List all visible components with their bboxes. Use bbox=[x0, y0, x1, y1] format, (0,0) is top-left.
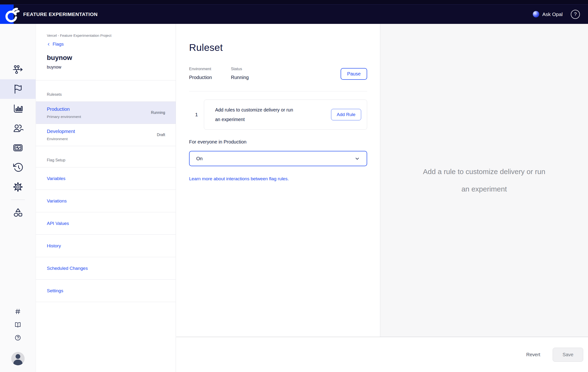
environment-label: Environment bbox=[189, 67, 231, 71]
chevron-down-icon bbox=[355, 156, 360, 161]
flag-setup-item-scheduled-changes[interactable]: Scheduled Changes bbox=[36, 257, 176, 280]
nav-audiences[interactable] bbox=[0, 118, 36, 138]
sidebar-divider bbox=[11, 200, 25, 200]
nav-events[interactable] bbox=[0, 138, 36, 158]
ruleset-divider bbox=[189, 91, 367, 91]
ruleset-row-production[interactable]: Production Primary environment Running bbox=[36, 102, 176, 124]
status-label: Status bbox=[231, 67, 273, 71]
nav-history[interactable] bbox=[0, 158, 36, 177]
audience-label: For everyone in Production bbox=[189, 139, 367, 145]
help-button[interactable] bbox=[571, 10, 580, 19]
rule-placeholder-text: Add rules to customize delivery or run a… bbox=[215, 105, 298, 124]
app-header: FEATURE EXPERIMENTATION Ask Opal bbox=[0, 4, 588, 24]
timeline-icon bbox=[12, 64, 23, 75]
rulesets-list: Production Primary environment Running D… bbox=[36, 101, 176, 146]
icon-sidebar bbox=[0, 24, 36, 372]
action-footer: Revert Save bbox=[176, 337, 588, 372]
flag-side-panel: Vercel - Feature Experimentation Project… bbox=[36, 24, 176, 372]
flag-setup-item-settings[interactable]: Settings bbox=[36, 280, 176, 302]
monitor-pulse-icon bbox=[12, 142, 23, 153]
save-button[interactable]: Save bbox=[553, 348, 583, 362]
rule-number: 1 bbox=[189, 112, 204, 118]
audiences-icon bbox=[12, 123, 23, 134]
nav-flags[interactable] bbox=[0, 79, 36, 99]
learn-more-link[interactable]: Learn more about interactions between fl… bbox=[189, 176, 289, 181]
back-to-flags-label: Flags bbox=[52, 41, 63, 47]
pause-button[interactable]: Pause bbox=[341, 68, 367, 80]
flag-icon bbox=[12, 84, 23, 95]
nav-reports[interactable] bbox=[0, 99, 36, 118]
ruleset-row-development[interactable]: Development Environment Draft bbox=[36, 124, 176, 146]
nav-experiments[interactable] bbox=[0, 60, 36, 79]
flag-setup-item-history[interactable]: History bbox=[36, 235, 176, 257]
flag-toggle-select[interactable]: On bbox=[189, 151, 367, 166]
nav-shortcuts[interactable] bbox=[0, 305, 36, 318]
chevron-left-icon bbox=[47, 42, 51, 46]
nav-components[interactable] bbox=[0, 203, 36, 222]
header-actions: Ask Opal bbox=[533, 10, 588, 19]
flag-setup-section-label: Flag Setup bbox=[36, 146, 176, 167]
shapes-icon bbox=[12, 207, 23, 218]
rule-empty-state-panel: Add a rule to customize delivery or run … bbox=[380, 24, 588, 337]
rule-placeholder-box: Add rules to customize delivery or run a… bbox=[204, 100, 367, 130]
ruleset-production-link[interactable]: Production bbox=[47, 107, 70, 112]
ask-opal-button[interactable]: Ask Opal bbox=[533, 11, 563, 17]
nav-help[interactable] bbox=[0, 331, 36, 344]
ruleset-panel: Ruleset Environment Production Status Ru… bbox=[176, 24, 380, 337]
flag-setup-item-api-values[interactable]: API Values bbox=[36, 212, 176, 235]
back-to-flags-link[interactable]: Flags bbox=[47, 41, 63, 47]
ruleset-meta: Environment Production Status Running Pa… bbox=[189, 67, 367, 80]
ruleset-development-description: Environment bbox=[47, 137, 75, 141]
history-icon bbox=[12, 162, 23, 173]
rulesets-section-label: Rulesets bbox=[36, 80, 176, 101]
book-icon bbox=[14, 321, 21, 328]
hash-icon bbox=[14, 308, 21, 315]
empty-state-message: Add a rule to customize delivery or run … bbox=[419, 163, 549, 198]
add-rule-button[interactable]: Add Rule bbox=[331, 109, 361, 120]
flag-setup-list: Variables Variations API Values History … bbox=[36, 167, 176, 302]
window-top-strip bbox=[0, 0, 588, 4]
flag-setup-item-variations[interactable]: Variations bbox=[36, 190, 176, 212]
product-title: FEATURE EXPERIMENTATION bbox=[23, 11, 97, 17]
flag-key: buynow bbox=[47, 65, 165, 70]
ask-opal-label: Ask Opal bbox=[542, 11, 563, 17]
gear-icon bbox=[12, 181, 23, 192]
ruleset-development-status: Draft bbox=[157, 133, 165, 137]
nav-docs[interactable] bbox=[0, 318, 36, 331]
user-avatar[interactable] bbox=[11, 352, 25, 365]
revert-button[interactable]: Revert bbox=[526, 352, 540, 357]
flag-title: buynow bbox=[47, 54, 165, 62]
ruleset-title: Ruleset bbox=[189, 42, 367, 53]
ruleset-development-link[interactable]: Development bbox=[47, 129, 75, 134]
help-circle-icon bbox=[14, 334, 21, 341]
rule-row: 1 Add rules to customize delivery or run… bbox=[189, 100, 367, 130]
flag-setup-item-variables[interactable]: Variables bbox=[36, 167, 176, 190]
opal-orb-icon bbox=[533, 11, 539, 17]
status-value: Running bbox=[231, 75, 273, 80]
optimizely-logo-icon bbox=[2, 7, 22, 22]
flag-toggle-value: On bbox=[196, 156, 203, 161]
ruleset-production-status: Running bbox=[151, 111, 165, 115]
nav-settings[interactable] bbox=[0, 177, 36, 197]
ruleset-production-description: Primary environment bbox=[47, 115, 81, 119]
bar-chart-icon bbox=[12, 103, 23, 114]
project-breadcrumb: Vercel - Feature Experimentation Project bbox=[47, 33, 165, 38]
environment-value: Production bbox=[189, 75, 231, 80]
